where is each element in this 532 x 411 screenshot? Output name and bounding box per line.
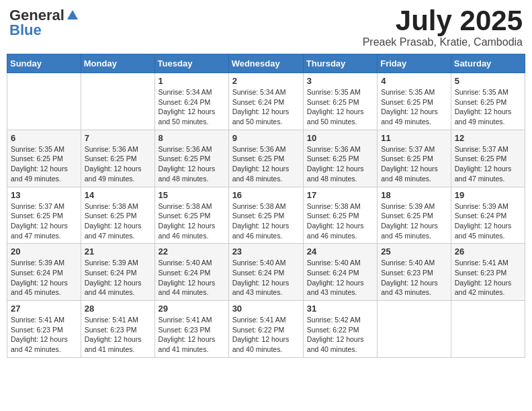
day-info: Sunrise: 5:38 AMSunset: 6:25 PMDaylight:… <box>85 201 151 241</box>
header-tuesday: Tuesday <box>154 54 228 73</box>
day-info: Sunrise: 5:40 AMSunset: 6:24 PMDaylight:… <box>232 258 300 298</box>
table-row: 2 Sunrise: 5:34 AMSunset: 6:24 PMDayligh… <box>228 73 303 130</box>
day-number: 12 <box>455 133 521 143</box>
day-info: Sunrise: 5:34 AMSunset: 6:24 PMDaylight:… <box>232 87 300 127</box>
day-info: Sunrise: 5:35 AMSunset: 6:25 PMDaylight:… <box>307 87 373 127</box>
table-row: 31 Sunrise: 5:42 AMSunset: 6:22 PMDaylig… <box>303 301 377 358</box>
day-info: Sunrise: 5:40 AMSunset: 6:24 PMDaylight:… <box>159 258 225 298</box>
table-row: 16 Sunrise: 5:38 AMSunset: 6:25 PMDaylig… <box>228 187 303 244</box>
table-row: 22 Sunrise: 5:40 AMSunset: 6:24 PMDaylig… <box>154 244 228 301</box>
calendar-week-row: 27 Sunrise: 5:41 AMSunset: 6:23 PMDaylig… <box>7 301 525 358</box>
day-number: 26 <box>455 246 521 257</box>
table-row: 5 Sunrise: 5:35 AMSunset: 6:25 PMDayligh… <box>451 73 525 130</box>
table-row: 18 Sunrise: 5:39 AMSunset: 6:25 PMDaylig… <box>378 187 451 244</box>
day-number: 31 <box>307 304 373 314</box>
day-number: 21 <box>85 246 151 257</box>
table-row: 23 Sunrise: 5:40 AMSunset: 6:24 PMDaylig… <box>228 244 303 301</box>
day-info: Sunrise: 5:36 AMSunset: 6:25 PMDaylight:… <box>159 144 225 184</box>
day-number: 1 <box>159 76 225 86</box>
calendar-week-row: 20 Sunrise: 5:39 AMSunset: 6:24 PMDaylig… <box>7 244 525 301</box>
day-number: 17 <box>307 190 373 200</box>
table-row <box>451 301 525 358</box>
calendar-header-row: Sunday Monday Tuesday Wednesday Thursday… <box>7 54 525 73</box>
day-info: Sunrise: 5:35 AMSunset: 6:25 PMDaylight:… <box>11 144 77 184</box>
day-info: Sunrise: 5:36 AMSunset: 6:25 PMDaylight:… <box>85 144 151 184</box>
svg-marker-0 <box>67 10 78 19</box>
day-number: 28 <box>85 304 151 314</box>
table-row: 8 Sunrise: 5:36 AMSunset: 6:25 PMDayligh… <box>154 130 228 187</box>
day-number: 19 <box>455 190 521 200</box>
day-number: 5 <box>455 76 521 86</box>
day-number: 29 <box>159 304 225 314</box>
table-row: 13 Sunrise: 5:37 AMSunset: 6:25 PMDaylig… <box>7 187 81 244</box>
logo: General Blue <box>9 7 81 39</box>
day-info: Sunrise: 5:41 AMSunset: 6:23 PMDaylight:… <box>11 315 77 355</box>
day-info: Sunrise: 5:36 AMSunset: 6:25 PMDaylight:… <box>307 144 373 184</box>
table-row: 24 Sunrise: 5:40 AMSunset: 6:24 PMDaylig… <box>303 244 377 301</box>
day-info: Sunrise: 5:36 AMSunset: 6:25 PMDaylight:… <box>232 144 300 184</box>
day-info: Sunrise: 5:38 AMSunset: 6:25 PMDaylight:… <box>232 201 300 241</box>
day-info: Sunrise: 5:41 AMSunset: 6:23 PMDaylight:… <box>85 315 151 355</box>
header-sunday: Sunday <box>7 54 81 73</box>
day-number: 30 <box>232 304 300 314</box>
day-info: Sunrise: 5:37 AMSunset: 6:25 PMDaylight:… <box>11 201 77 241</box>
table-row: 30 Sunrise: 5:41 AMSunset: 6:22 PMDaylig… <box>228 301 303 358</box>
logo-blue-text: Blue <box>9 21 42 39</box>
day-number: 11 <box>381 133 447 143</box>
header-friday: Friday <box>378 54 451 73</box>
day-info: Sunrise: 5:34 AMSunset: 6:24 PMDaylight:… <box>159 87 225 127</box>
day-number: 2 <box>232 76 300 86</box>
table-row: 4 Sunrise: 5:35 AMSunset: 6:25 PMDayligh… <box>378 73 451 130</box>
day-number: 27 <box>11 304 77 314</box>
table-row: 20 Sunrise: 5:39 AMSunset: 6:24 PMDaylig… <box>7 244 81 301</box>
calendar-week-row: 1 Sunrise: 5:34 AMSunset: 6:24 PMDayligh… <box>7 73 525 130</box>
day-info: Sunrise: 5:42 AMSunset: 6:22 PMDaylight:… <box>307 315 373 355</box>
day-info: Sunrise: 5:39 AMSunset: 6:25 PMDaylight:… <box>381 201 447 241</box>
page-header: General Blue July 2025 Preaek Prasab, Kr… <box>7 7 525 48</box>
month-title: July 2025 <box>363 7 523 35</box>
table-row: 11 Sunrise: 5:37 AMSunset: 6:25 PMDaylig… <box>378 130 451 187</box>
day-number: 10 <box>307 133 373 143</box>
day-info: Sunrise: 5:38 AMSunset: 6:25 PMDaylight:… <box>159 201 225 241</box>
day-info: Sunrise: 5:39 AMSunset: 6:24 PMDaylight:… <box>455 201 521 241</box>
day-number: 9 <box>232 133 300 143</box>
logo-icon <box>66 9 79 22</box>
day-info: Sunrise: 5:39 AMSunset: 6:24 PMDaylight:… <box>11 258 77 298</box>
location-title: Preaek Prasab, Kratie, Cambodia <box>363 36 523 48</box>
table-row <box>81 73 154 130</box>
table-row: 25 Sunrise: 5:40 AMSunset: 6:23 PMDaylig… <box>378 244 451 301</box>
day-number: 22 <box>159 246 225 257</box>
header-thursday: Thursday <box>303 54 377 73</box>
header-saturday: Saturday <box>451 54 525 73</box>
day-number: 20 <box>11 246 77 257</box>
table-row: 29 Sunrise: 5:41 AMSunset: 6:23 PMDaylig… <box>154 301 228 358</box>
day-info: Sunrise: 5:41 AMSunset: 6:23 PMDaylight:… <box>455 258 521 298</box>
day-number: 4 <box>381 76 447 86</box>
title-section: July 2025 Preaek Prasab, Kratie, Cambodi… <box>363 7 523 48</box>
table-row: 10 Sunrise: 5:36 AMSunset: 6:25 PMDaylig… <box>303 130 377 187</box>
day-number: 16 <box>232 190 300 200</box>
table-row: 28 Sunrise: 5:41 AMSunset: 6:23 PMDaylig… <box>81 301 154 358</box>
day-number: 13 <box>11 190 77 200</box>
table-row: 19 Sunrise: 5:39 AMSunset: 6:24 PMDaylig… <box>451 187 525 244</box>
day-number: 18 <box>381 190 447 200</box>
day-number: 3 <box>307 76 373 86</box>
table-row <box>378 301 451 358</box>
day-info: Sunrise: 5:41 AMSunset: 6:22 PMDaylight:… <box>232 315 300 355</box>
day-info: Sunrise: 5:37 AMSunset: 6:25 PMDaylight:… <box>455 144 521 184</box>
table-row <box>7 73 81 130</box>
table-row: 26 Sunrise: 5:41 AMSunset: 6:23 PMDaylig… <box>451 244 525 301</box>
day-info: Sunrise: 5:40 AMSunset: 6:24 PMDaylight:… <box>307 258 373 298</box>
table-row: 27 Sunrise: 5:41 AMSunset: 6:23 PMDaylig… <box>7 301 81 358</box>
calendar-table: Sunday Monday Tuesday Wednesday Thursday… <box>7 54 525 358</box>
day-number: 23 <box>232 246 300 257</box>
day-number: 25 <box>381 246 447 257</box>
day-number: 14 <box>85 190 151 200</box>
day-info: Sunrise: 5:38 AMSunset: 6:25 PMDaylight:… <box>307 201 373 241</box>
day-info: Sunrise: 5:41 AMSunset: 6:23 PMDaylight:… <box>159 315 225 355</box>
header-monday: Monday <box>81 54 154 73</box>
table-row: 6 Sunrise: 5:35 AMSunset: 6:25 PMDayligh… <box>7 130 81 187</box>
table-row: 15 Sunrise: 5:38 AMSunset: 6:25 PMDaylig… <box>154 187 228 244</box>
table-row: 9 Sunrise: 5:36 AMSunset: 6:25 PMDayligh… <box>228 130 303 187</box>
table-row: 14 Sunrise: 5:38 AMSunset: 6:25 PMDaylig… <box>81 187 154 244</box>
